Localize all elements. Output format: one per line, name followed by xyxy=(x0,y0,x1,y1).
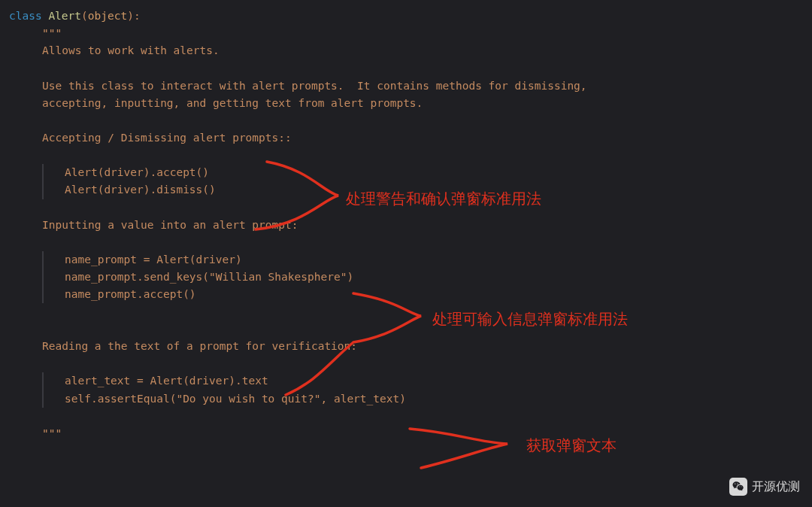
base-class: object xyxy=(88,10,127,22)
doc-line: Allows to work with alerts. xyxy=(9,42,803,59)
wechat-icon xyxy=(729,478,747,496)
docstring-close: """ xyxy=(9,425,803,442)
section-title: Accepting / Dismissing alert prompts:: xyxy=(9,129,803,147)
docstring-open: """ xyxy=(9,25,803,42)
code-line: name_prompt = Alert(driver) xyxy=(65,251,803,269)
doc-line: accepting, inputting, and getting text f… xyxy=(9,95,803,112)
section-title: Reading a the text of a prompt for verif… xyxy=(9,338,803,355)
code-line: Alert(driver).dismiss() xyxy=(65,181,803,199)
class-decl: class Alert(object): xyxy=(9,8,803,25)
code-line: alert_text = Alert(driver).text xyxy=(65,372,803,390)
section-title: Inputting a value into an alert prompt: xyxy=(9,217,803,234)
watermark-text: 开源优测 xyxy=(752,477,800,496)
code-editor: class Alert(object): """ Allows to work … xyxy=(9,8,803,442)
kw-class: class xyxy=(9,10,42,22)
class-name: Alert xyxy=(48,10,81,22)
doc-line: Use this class to interact with alert pr… xyxy=(9,77,803,95)
watermark: 开源优测 xyxy=(729,477,800,496)
code-line: Alert(driver).accept() xyxy=(65,164,803,181)
code-line: name_prompt.send_keys("Willian Shakesphe… xyxy=(65,269,803,286)
code-line: name_prompt.accept() xyxy=(65,286,803,303)
code-line: self.assertEqual("Do you wish to quit?",… xyxy=(65,390,803,408)
